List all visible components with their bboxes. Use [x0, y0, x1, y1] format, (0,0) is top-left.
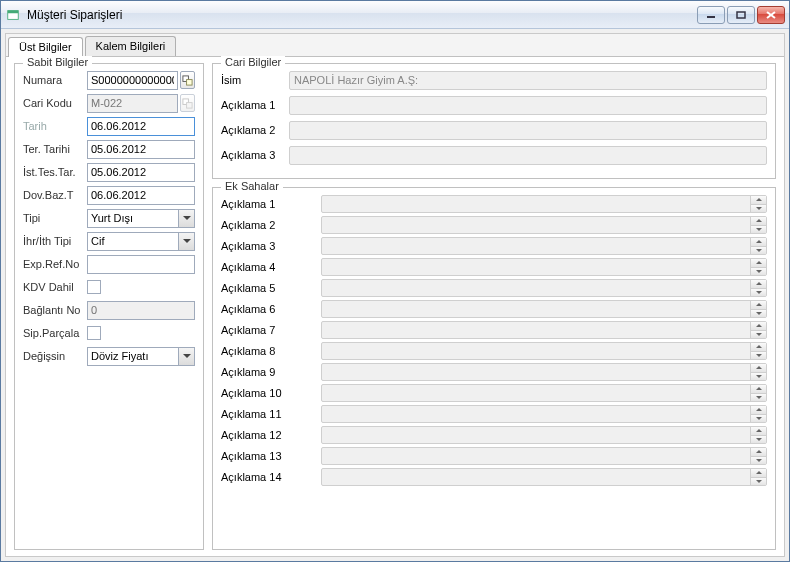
ek-aciklama-9-input[interactable]: [321, 363, 767, 381]
degissin-select[interactable]: Döviz Fiyatı: [87, 347, 195, 366]
spin-buttons: [750, 196, 766, 212]
ek-aciklama-1-input[interactable]: [321, 195, 767, 213]
spin-down-button[interactable]: [751, 456, 766, 465]
lbl-tarih: Tarih: [23, 120, 87, 132]
cari-kodu-input[interactable]: [87, 94, 178, 113]
spin-down-button[interactable]: [751, 288, 766, 297]
spin-buttons: [750, 217, 766, 233]
spin-up-button[interactable]: [751, 406, 766, 414]
spin-up-button[interactable]: [751, 385, 766, 393]
spin-up-button[interactable]: [751, 217, 766, 225]
svg-marker-33: [756, 408, 762, 411]
lbl-ter-tarihi: Ter. Tarihi: [23, 143, 87, 155]
lbl-cari-kodu: Cari Kodu: [23, 97, 87, 109]
left-column: Sabit Bilgiler Numara Cari Kodu: [14, 63, 204, 550]
spin-up-button[interactable]: [751, 196, 766, 204]
ek-value: [322, 238, 750, 254]
spin-buttons: [750, 406, 766, 422]
ek-label: Açıklama 4: [221, 261, 321, 273]
spin-up-button[interactable]: [751, 364, 766, 372]
ek-label: Açıklama 6: [221, 303, 321, 315]
dov-baz-t-input[interactable]: [87, 186, 195, 205]
tarih-input[interactable]: [87, 117, 195, 136]
minimize-button[interactable]: [697, 6, 725, 24]
cari-aciklama1-value: [289, 96, 767, 115]
maximize-button[interactable]: [727, 6, 755, 24]
ek-aciklama-8-input[interactable]: [321, 342, 767, 360]
svg-marker-30: [756, 375, 762, 378]
ek-aciklama-12-input[interactable]: [321, 426, 767, 444]
spin-down-button[interactable]: [751, 393, 766, 402]
spin-up-button[interactable]: [751, 469, 766, 477]
spin-down-button[interactable]: [751, 309, 766, 318]
ek-row: Açıklama 8: [221, 341, 767, 361]
ek-label: Açıklama 11: [221, 408, 321, 420]
cari-kodu-lookup-button[interactable]: [180, 94, 195, 112]
spin-down-button[interactable]: [751, 267, 766, 276]
spin-down-button[interactable]: [751, 351, 766, 360]
tipi-select[interactable]: Yurt Dışı: [87, 209, 195, 228]
svg-marker-38: [756, 459, 762, 462]
spin-up-button[interactable]: [751, 280, 766, 288]
numara-input[interactable]: [87, 71, 178, 90]
spin-up-button[interactable]: [751, 322, 766, 330]
close-button[interactable]: [757, 6, 785, 24]
spin-up-button[interactable]: [751, 259, 766, 267]
spin-buttons: [750, 238, 766, 254]
ihr-ith-tipi-select[interactable]: Cif: [87, 232, 195, 251]
ek-aciklama-5-input[interactable]: [321, 279, 767, 297]
ek-aciklama-3-input[interactable]: [321, 237, 767, 255]
ek-aciklama-6-input[interactable]: [321, 300, 767, 318]
svg-marker-25: [756, 324, 762, 327]
numara-lookup-button[interactable]: [180, 71, 195, 89]
spin-buttons: [750, 448, 766, 464]
ek-label: Açıklama 1: [221, 198, 321, 210]
spin-up-button[interactable]: [751, 238, 766, 246]
spin-down-button[interactable]: [751, 414, 766, 423]
spin-down-button[interactable]: [751, 204, 766, 213]
spin-buttons: [750, 364, 766, 380]
svg-marker-21: [756, 282, 762, 285]
spin-up-button[interactable]: [751, 427, 766, 435]
spin-down-button[interactable]: [751, 225, 766, 234]
svg-marker-13: [756, 198, 762, 201]
tab-ust-bilgiler[interactable]: Üst Bilgiler: [8, 37, 83, 57]
lbl-ist-tes-tar: İst.Tes.Tar.: [23, 166, 87, 178]
spin-down-button[interactable]: [751, 246, 766, 255]
fieldset-cari-bilgiler: Cari Bilgiler İsim NAPOLİ Hazır Giyim A.…: [212, 63, 776, 179]
svg-marker-37: [756, 450, 762, 453]
spin-down-button[interactable]: [751, 372, 766, 381]
lbl-cari-aciklama1: Açıklama 1: [221, 99, 289, 111]
spin-up-button[interactable]: [751, 448, 766, 456]
ek-aciklama-10-input[interactable]: [321, 384, 767, 402]
tab-kalem-bilgileri[interactable]: Kalem Bilgileri: [85, 36, 177, 56]
spin-buttons: [750, 469, 766, 485]
ek-row: Açıklama 4: [221, 257, 767, 277]
spin-down-button[interactable]: [751, 435, 766, 444]
ter-tarihi-input[interactable]: [87, 140, 195, 159]
exp-ref-no-input[interactable]: [87, 255, 195, 274]
spin-up-button[interactable]: [751, 343, 766, 351]
ek-aciklama-11-input[interactable]: [321, 405, 767, 423]
lbl-degissin: Değişsin: [23, 350, 87, 362]
ek-aciklama-14-input[interactable]: [321, 468, 767, 486]
app-icon: [5, 7, 21, 23]
spin-down-button[interactable]: [751, 330, 766, 339]
spin-up-button[interactable]: [751, 301, 766, 309]
baglanti-no-input[interactable]: [87, 301, 195, 320]
ek-aciklama-2-input[interactable]: [321, 216, 767, 234]
ek-row: Açıklama 9: [221, 362, 767, 382]
ek-aciklama-7-input[interactable]: [321, 321, 767, 339]
ek-aciklama-4-input[interactable]: [321, 258, 767, 276]
ek-aciklama-13-input[interactable]: [321, 447, 767, 465]
svg-marker-35: [756, 429, 762, 432]
spin-down-button[interactable]: [751, 477, 766, 486]
svg-marker-40: [756, 480, 762, 483]
spin-buttons: [750, 427, 766, 443]
ek-value: [322, 217, 750, 233]
sip-parcala-checkbox[interactable]: [87, 326, 101, 340]
ist-tes-tar-input[interactable]: [87, 163, 195, 182]
ek-label: Açıklama 8: [221, 345, 321, 357]
chevron-down-icon: [178, 210, 194, 227]
kdv-dahil-checkbox[interactable]: [87, 280, 101, 294]
